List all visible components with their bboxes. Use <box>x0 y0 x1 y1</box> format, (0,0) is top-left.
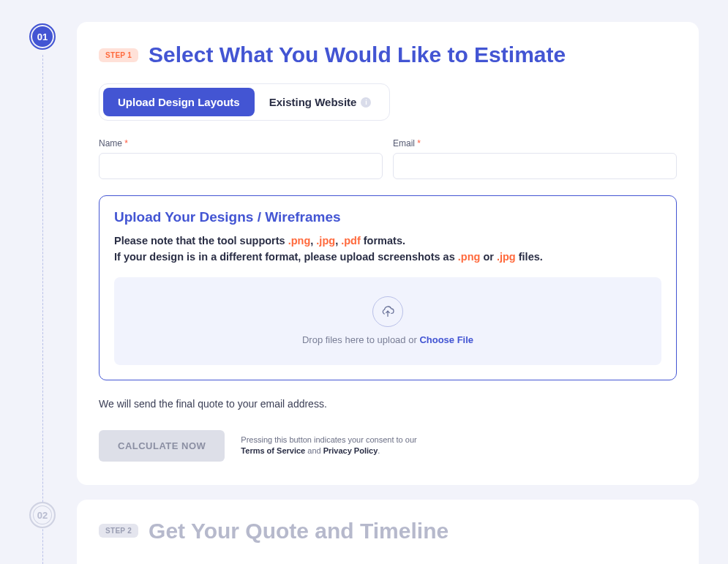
timeline-node-1: 01 <box>29 23 56 50</box>
timeline-node-1-label: 01 <box>32 26 53 47</box>
email-input[interactable] <box>393 153 677 179</box>
tab-upload-design[interactable]: Upload Design Layouts <box>103 88 255 116</box>
source-tabs: Upload Design Layouts Existing Website i <box>99 83 390 121</box>
name-label: Name * <box>99 138 383 148</box>
upload-box: Upload Your Designs / Wireframes Please … <box>99 195 677 380</box>
step2-pill: STEP 2 <box>99 524 138 538</box>
upload-cloud-icon <box>372 296 403 327</box>
timeline-node-2-label: 02 <box>32 505 53 525</box>
info-icon[interactable]: i <box>361 97 371 108</box>
upload-title: Upload Your Designs / Wireframes <box>114 209 661 225</box>
step1-title: Select What You Would Like to Estimate <box>149 42 566 67</box>
consent-text: Pressing this button indicates your cons… <box>241 435 424 457</box>
email-label: Email * <box>393 138 677 148</box>
step1-pill: STEP 1 <box>99 48 138 62</box>
privacy-link[interactable]: Privacy Policy <box>323 446 378 455</box>
timeline-node-2: 02 <box>29 502 56 528</box>
tab-existing-label: Existing Website <box>269 96 357 108</box>
tos-link[interactable]: Terms of Service <box>241 446 305 455</box>
dropzone[interactable]: Drop files here to upload or Choose File <box>114 277 661 365</box>
step1-card: STEP 1 Select What You Would Like to Est… <box>77 22 699 485</box>
step2-card: STEP 2 Get Your Quote and Timeline <box>77 500 699 564</box>
timeline: 01 02 <box>29 22 66 564</box>
name-input[interactable] <box>99 153 383 179</box>
send-note: We will send the final quote to your ema… <box>99 398 677 410</box>
upload-note: Please note that the tool supports .png,… <box>114 233 661 266</box>
timeline-line <box>42 55 43 564</box>
choose-file-link[interactable]: Choose File <box>419 334 473 345</box>
tab-existing-website[interactable]: Existing Website i <box>255 88 386 116</box>
calculate-button[interactable]: CALCULATE NOW <box>99 430 225 462</box>
drop-text: Drop files here to upload or Choose File <box>302 334 473 345</box>
step2-title: Get Your Quote and Timeline <box>149 519 449 544</box>
